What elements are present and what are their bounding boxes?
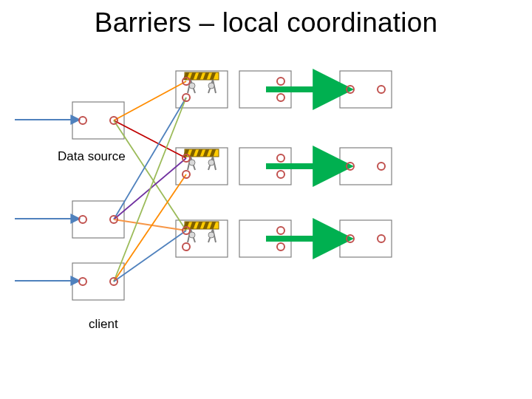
diagram-canvas — [0, 0, 532, 399]
node-box — [72, 102, 124, 139]
node-box — [340, 71, 392, 108]
svg-point-11 — [208, 83, 214, 89]
svg-point-35 — [208, 232, 214, 238]
node-box — [340, 148, 392, 185]
node-box — [340, 220, 392, 257]
shuffle-line — [114, 98, 186, 219]
shuffle-line — [114, 231, 186, 282]
shuffle-line — [114, 120, 186, 231]
shuffle-lines-layer — [114, 81, 186, 282]
svg-point-10 — [189, 83, 195, 89]
node-box — [72, 263, 124, 300]
svg-point-34 — [189, 232, 195, 238]
svg-point-23 — [208, 160, 214, 166]
svg-point-22 — [189, 160, 195, 166]
